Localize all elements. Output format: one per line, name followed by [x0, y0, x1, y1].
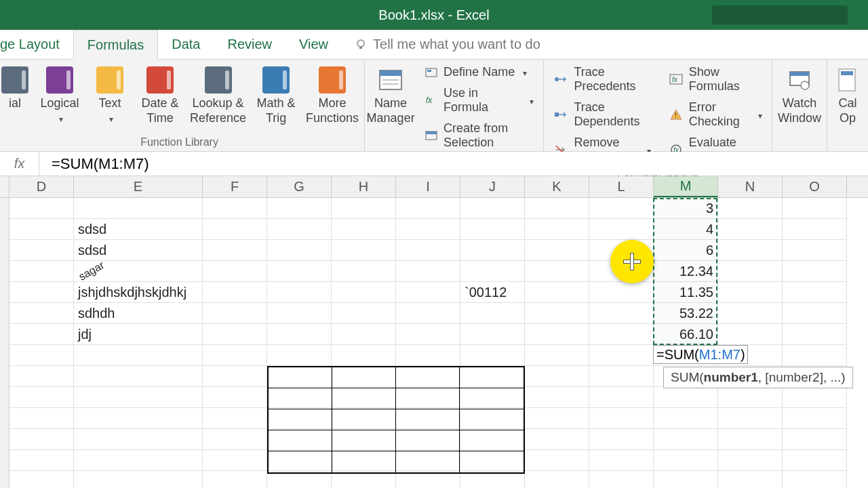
cell-K3[interactable]: [525, 240, 589, 261]
cell-D1[interactable]: [9, 198, 74, 219]
cell-N3[interactable]: [718, 240, 783, 261]
trace-precedents-button[interactable]: Trace Precedents: [549, 64, 654, 95]
worksheet-grid[interactable]: D E F G H I J K L M N O 3sdsd4sdsd6sagar…: [0, 176, 868, 488]
cell-K11[interactable]: [525, 408, 589, 429]
show-formulas-button[interactable]: fx Show Formulas: [665, 64, 766, 95]
cell-O3[interactable]: [783, 240, 847, 261]
cell-J1[interactable]: [460, 198, 525, 219]
cell-O2[interactable]: [783, 219, 847, 240]
cell-L8[interactable]: [589, 345, 654, 366]
cell-N10[interactable]: [718, 387, 783, 408]
cell-K6[interactable]: [525, 303, 589, 324]
cell-E4[interactable]: sagar: [74, 261, 203, 282]
tab-page-layout[interactable]: ge Layout: [0, 30, 73, 59]
cell-F1[interactable]: [203, 198, 267, 219]
cell-E8[interactable]: [74, 345, 203, 366]
tell-me-search[interactable]: Tell me what you want to do: [342, 30, 553, 59]
tab-review[interactable]: Review: [214, 30, 285, 59]
cell-D12[interactable]: [9, 429, 74, 450]
create-from-selection-button[interactable]: Create from Selection: [420, 120, 538, 151]
cell-D8[interactable]: [9, 345, 74, 366]
cell-N12[interactable]: [718, 429, 783, 450]
cell-O5[interactable]: [783, 282, 847, 303]
cell-O8[interactable]: [783, 345, 847, 366]
tab-formulas[interactable]: Formulas: [73, 30, 158, 60]
use-in-formula-button[interactable]: fx Use in Formula: [420, 85, 538, 116]
cell-H1[interactable]: [332, 198, 396, 219]
cell-H3[interactable]: [332, 240, 396, 261]
cell-M1[interactable]: 3: [654, 198, 718, 219]
cell-F3[interactable]: [203, 240, 267, 261]
cell-F8[interactable]: [203, 345, 267, 366]
cell-L7[interactable]: [589, 324, 654, 345]
col-header-I[interactable]: I: [396, 176, 460, 197]
cell-I2[interactable]: [396, 219, 460, 240]
cell-E7[interactable]: jdj: [74, 324, 203, 345]
cell-G7[interactable]: [267, 324, 332, 345]
cell-G5[interactable]: [267, 282, 332, 303]
cell-J3[interactable]: [460, 240, 525, 261]
cell-F6[interactable]: [203, 303, 267, 324]
cell-K7[interactable]: [525, 324, 589, 345]
cell-E12[interactable]: [74, 429, 203, 450]
cell-K1[interactable]: [525, 198, 589, 219]
cell-F12[interactable]: [203, 429, 267, 450]
cell-O14[interactable]: [783, 471, 847, 488]
cell-D7[interactable]: [9, 324, 74, 345]
col-header-K[interactable]: K: [525, 176, 589, 197]
error-checking-button[interactable]: ! Error Checking: [665, 99, 766, 130]
trace-dependents-button[interactable]: Trace Dependents: [549, 99, 654, 130]
cell-D4[interactable]: [9, 261, 74, 282]
cell-O10[interactable]: [783, 387, 847, 408]
cell-K2[interactable]: [525, 219, 589, 240]
cell-L10[interactable]: [589, 387, 654, 408]
cell-I1[interactable]: [396, 198, 460, 219]
cell-N11[interactable]: [718, 408, 783, 429]
cell-D5[interactable]: [9, 282, 74, 303]
lookup-reference-button[interactable]: Lookup & Reference: [190, 64, 246, 125]
cell-M7[interactable]: 66.10: [654, 324, 718, 345]
cell-F10[interactable]: [203, 387, 267, 408]
cell-N7[interactable]: [718, 324, 783, 345]
cell-J6[interactable]: [460, 303, 525, 324]
cell-E11[interactable]: [74, 408, 203, 429]
calculation-options-button[interactable]: Cal Op: [833, 64, 863, 125]
cell-M14[interactable]: [654, 471, 718, 488]
watch-window-button[interactable]: Watch Window: [778, 64, 821, 125]
cell-I5[interactable]: [396, 282, 460, 303]
cell-L9[interactable]: [589, 366, 654, 387]
cell-I3[interactable]: [396, 240, 460, 261]
cell-M6[interactable]: 53.22: [654, 303, 718, 324]
cell-F13[interactable]: [203, 450, 267, 471]
cell-L13[interactable]: [589, 450, 654, 471]
cell-L14[interactable]: [589, 471, 654, 488]
col-header-E[interactable]: E: [74, 176, 203, 197]
cell-K5[interactable]: [525, 282, 589, 303]
cell-N2[interactable]: [718, 219, 783, 240]
cell-E2[interactable]: sdsd: [74, 219, 203, 240]
cell-I7[interactable]: [396, 324, 460, 345]
cell-K4[interactable]: [525, 261, 589, 282]
cell-H5[interactable]: [332, 282, 396, 303]
cell-H7[interactable]: [332, 324, 396, 345]
cell-K12[interactable]: [525, 429, 589, 450]
cell-E3[interactable]: sdsd: [74, 240, 203, 261]
cell-L1[interactable]: [589, 198, 654, 219]
cell-M2[interactable]: 4: [654, 219, 718, 240]
cell-N1[interactable]: [718, 198, 783, 219]
cell-I8[interactable]: [396, 345, 460, 366]
cell-J4[interactable]: [460, 261, 525, 282]
col-header-M[interactable]: M: [654, 176, 718, 197]
cell-E10[interactable]: [74, 387, 203, 408]
col-header-N[interactable]: N: [718, 176, 783, 197]
cell-H8[interactable]: [332, 345, 396, 366]
cell-J8[interactable]: [460, 345, 525, 366]
cell-D6[interactable]: [9, 303, 74, 324]
fx-icon[interactable]: fx: [0, 152, 39, 176]
math-trig-button[interactable]: Math & Trig: [256, 64, 296, 125]
cell-M3[interactable]: 6: [654, 240, 718, 261]
cell-O11[interactable]: [783, 408, 847, 429]
tab-data[interactable]: Data: [158, 30, 214, 59]
cell-D11[interactable]: [9, 408, 74, 429]
cell-I4[interactable]: [396, 261, 460, 282]
